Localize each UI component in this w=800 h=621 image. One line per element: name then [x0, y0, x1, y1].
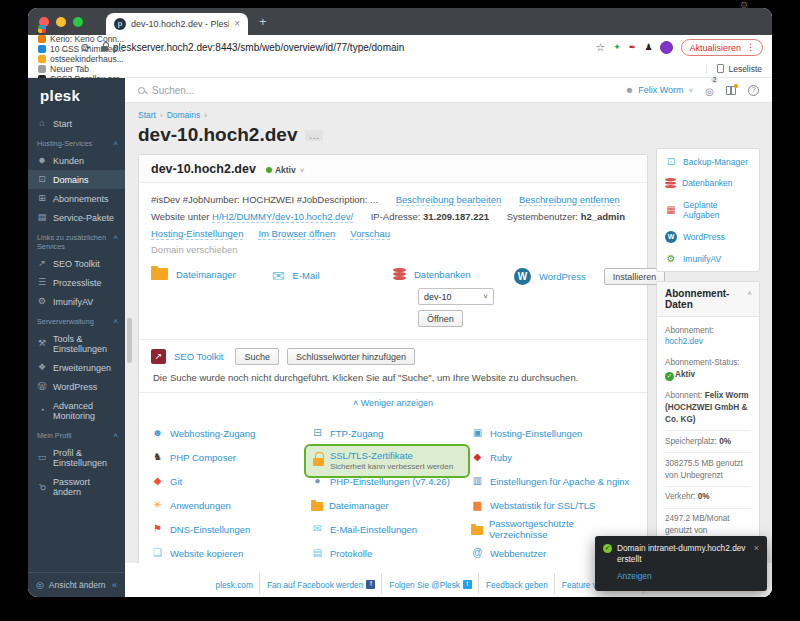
- bookmark-item[interactable]: Apps: [38, 24, 126, 34]
- feature-item[interactable]: ✉ E-Mail-Einstellungen: [311, 517, 463, 541]
- sidebar-item[interactable]: ⊞ Abonnements: [28, 189, 125, 208]
- website-path-link[interactable]: H/H2/DUMMY/dev-10.hoch2.dev/: [212, 211, 353, 223]
- quick-link-label[interactable]: Datenbanken: [682, 178, 733, 188]
- feature-label[interactable]: Git: [170, 476, 182, 487]
- toast-close-icon[interactable]: ×: [754, 543, 759, 553]
- sidebar-item[interactable]: ☰ Prozessliste: [28, 273, 125, 292]
- browser-menu-icon[interactable]: ⋮: [746, 43, 755, 52]
- feature-item[interactable]: ⊟ FTP-Zugang: [311, 421, 463, 445]
- toast-show-link[interactable]: Anzeigen: [617, 571, 652, 581]
- quick-link-item[interactable]: W WordPress: [657, 225, 759, 248]
- domain-action-link[interactable]: Hosting-Einstellungen: [151, 228, 243, 240]
- feature-item[interactable]: ✳ Anwendungen: [151, 493, 303, 517]
- search-input[interactable]: Suchen...: [138, 85, 194, 96]
- sidebar-item[interactable]: ⚲ Passwort ändern: [28, 472, 125, 501]
- feature-item[interactable]: SSL/TLS-ZertifikateSicherheit kann verbe…: [304, 444, 470, 478]
- quick-link-item[interactable]: ⚙ ImunifyAV: [657, 248, 759, 269]
- feature-label[interactable]: Webstatistik für SSL/TLS: [490, 500, 595, 511]
- feature-label[interactable]: Einstellungen für Apache & nginx: [490, 476, 629, 487]
- mail-label[interactable]: E-Mail: [293, 270, 320, 281]
- user-menu[interactable]: ☻ Felix Worm: [625, 85, 694, 95]
- bookmark-item[interactable]: Neuer Tab: [38, 64, 126, 74]
- collapse-sidebar-icon[interactable]: «: [112, 580, 117, 590]
- sidebar-item[interactable]: Ⓦ WordPress: [28, 377, 125, 396]
- feature-item[interactable]: ▆ Webstatistik für SSL/TLS: [471, 493, 635, 517]
- feature-item[interactable]: ⚑ DNS-Einstellungen: [151, 517, 303, 541]
- sidebar-item[interactable]: ↗ SEO Toolkit: [28, 254, 125, 273]
- feature-item[interactable]: Dateimanager: [311, 493, 463, 517]
- mail-tool[interactable]: ✉ E-Mail: [272, 268, 393, 327]
- sidebar-item[interactable]: ⊡ Domains: [28, 170, 125, 189]
- domain-action-link[interactable]: Im Browser öffnen: [258, 228, 335, 240]
- new-tab-button[interactable]: +: [259, 15, 267, 28]
- seo-toolkit-link[interactable]: SEO Toolkit: [174, 351, 223, 362]
- sidebar-item[interactable]: Mein Profil: [28, 425, 125, 443]
- feature-label[interactable]: Anwendungen: [170, 500, 231, 511]
- feature-item[interactable]: ▤ Protokolle: [311, 541, 463, 565]
- sidebar-item[interactable]: ⚙ ImunifyAV: [28, 292, 125, 311]
- feature-item[interactable]: ☻ Webhosting-Zugang: [151, 421, 303, 445]
- update-browser-button[interactable]: Aktualisieren ⋮: [681, 39, 763, 56]
- feature-label[interactable]: Hosting-Einstellungen: [490, 428, 582, 439]
- feature-label[interactable]: Dateimanager: [329, 500, 389, 511]
- bookmark-item[interactable]: ostseekinderhaus...: [38, 54, 126, 64]
- seo-keywords-button[interactable]: Schlüsselwörter hinzufügen: [287, 348, 415, 365]
- change-view-button[interactable]: ◎ Ansicht ändern «: [28, 572, 125, 597]
- feature-label[interactable]: SSL/TLS-Zertifikate: [330, 450, 453, 461]
- file-manager-label[interactable]: Dateimanager: [176, 269, 236, 280]
- feature-item[interactable]: ◆ Ruby: [471, 445, 635, 469]
- show-less-link[interactable]: Weniger anzeigen: [353, 398, 433, 408]
- bookmark-star-icon[interactable]: ☆: [595, 42, 605, 53]
- quick-link-item[interactable]: ⊡ Backup-Manager: [657, 151, 759, 172]
- page-actions-button[interactable]: …: [305, 130, 323, 141]
- footer-link[interactable]: Fan auf Facebook werden: [267, 580, 363, 590]
- feature-item[interactable]: ◆ Git: [151, 469, 303, 493]
- reading-list-button[interactable]: Leseliste: [706, 64, 762, 74]
- help-icon[interactable]: ?: [748, 85, 759, 96]
- databases-label[interactable]: Datenbanken: [414, 269, 471, 280]
- quick-link-label[interactable]: Geplante Aufgaben: [683, 200, 751, 220]
- quick-link-item[interactable]: Datenbanken: [657, 172, 759, 194]
- sidebar-item[interactable]: ☻ Kunden: [28, 151, 125, 170]
- feature-label[interactable]: PHP Composer: [170, 452, 236, 463]
- sidebar-item[interactable]: Hosting-Services: [28, 133, 125, 151]
- subscription-card-header[interactable]: Abonnement-Daten: [657, 282, 759, 317]
- footer-social-icon[interactable]: f: [366, 580, 375, 589]
- domain-status-dropdown[interactable]: Aktiv: [266, 165, 304, 175]
- database-select[interactable]: dev-10: [418, 288, 494, 305]
- abonnement-link[interactable]: hoch2.dev: [665, 337, 703, 346]
- footer-link[interactable]: Feedback geben: [486, 580, 548, 590]
- file-manager-tool[interactable]: Dateimanager: [151, 268, 272, 327]
- footer-link[interactable]: Folgen Sie @Plesk: [389, 580, 460, 590]
- feature-label[interactable]: E-Mail-Einstellungen: [330, 524, 417, 535]
- quick-link-item[interactable]: ▦ Geplante Aufgaben: [657, 194, 759, 225]
- address-bar[interactable]: pleskserver.hoch2.dev:8443/smb/web/overv…: [101, 42, 585, 53]
- close-tab-icon[interactable]: ×: [234, 19, 240, 29]
- sidebar-item[interactable]: ▭ Profil & Einstellungen: [28, 443, 125, 472]
- extension-icon[interactable]: ♟: [644, 43, 652, 52]
- sidebar-item[interactable]: ⚒ Tools & Einstellungen: [28, 329, 125, 358]
- sidebar-item[interactable]: ⌂ Start: [28, 114, 125, 133]
- sidebar-item[interactable]: Serververwaltung: [28, 311, 125, 329]
- feature-label[interactable]: Protokolle: [330, 548, 372, 559]
- feature-label[interactable]: Webhosting-Zugang: [170, 428, 255, 439]
- browser-tab[interactable]: p dev-10.hoch2.dev - Plesk Ob... ×: [106, 13, 248, 35]
- wordpress-label[interactable]: WordPress: [539, 271, 586, 282]
- breadcrumb-domains-link[interactable]: Domains: [167, 110, 201, 120]
- footer-link[interactable]: plesk.com: [216, 580, 253, 590]
- feature-label[interactable]: DNS-Einstellungen: [170, 524, 250, 535]
- quick-link-label[interactable]: WordPress: [683, 232, 725, 242]
- feature-item[interactable]: ❏ Website kopieren: [151, 541, 303, 565]
- sidebar-item[interactable]: Links zu zusätzlichen Services: [28, 227, 125, 254]
- gift-icon[interactable]: [726, 86, 736, 95]
- quick-link-label[interactable]: ImunifyAV: [683, 254, 721, 264]
- sidebar-item[interactable]: ❖ Erweiterungen: [28, 358, 125, 377]
- feature-label[interactable]: Ruby: [490, 452, 512, 463]
- footer-social-icon[interactable]: t: [463, 580, 472, 589]
- remove-description-link[interactable]: Beschreibung entfernen: [519, 194, 620, 206]
- feature-item[interactable]: ▣ Hosting-Einstellungen: [471, 421, 635, 445]
- feature-label[interactable]: Website kopieren: [170, 548, 243, 559]
- profile-avatar[interactable]: [660, 41, 673, 54]
- domain-action-link[interactable]: Vorschau: [350, 228, 390, 240]
- feature-label[interactable]: FTP-Zugang: [330, 428, 383, 439]
